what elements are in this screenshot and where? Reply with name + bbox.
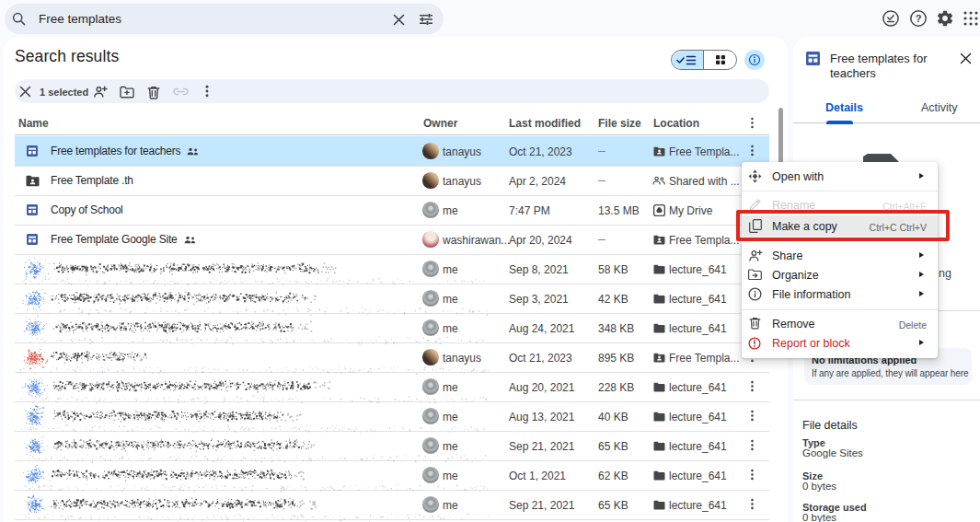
- svg-text:?: ?: [916, 13, 922, 24]
